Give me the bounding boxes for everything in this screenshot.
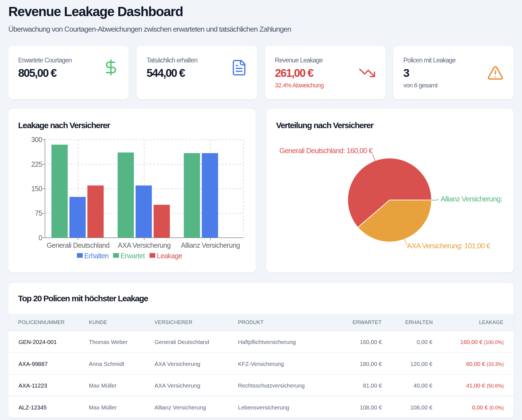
svg-text:Erhalten: Erhalten	[84, 252, 108, 260]
svg-text:300: 300	[31, 136, 42, 143]
svg-text:AXA Versicherung: 101,00 €: AXA Versicherung: 101,00 €	[407, 242, 490, 250]
svg-text:Generali Deutschland: 160,00 €: Generali Deutschland: 160,00 €	[279, 146, 373, 155]
svg-text:0: 0	[38, 234, 42, 242]
svg-text:Allianz Versicherung: Allianz Versicherung	[181, 241, 240, 249]
svg-text:Generali Deutschland: Generali Deutschland	[47, 241, 109, 249]
svg-text:150: 150	[31, 185, 42, 193]
svg-text:Leakage: Leakage	[157, 252, 182, 260]
svg-text:Allianz Versicherung:: Allianz Versicherung:	[440, 195, 502, 203]
svg-text:AXA Versicherung: AXA Versicherung	[118, 241, 170, 249]
svg-text:75: 75	[35, 209, 42, 217]
svg-text:Erwartet: Erwartet	[120, 252, 145, 260]
svg-text:225: 225	[31, 160, 42, 168]
